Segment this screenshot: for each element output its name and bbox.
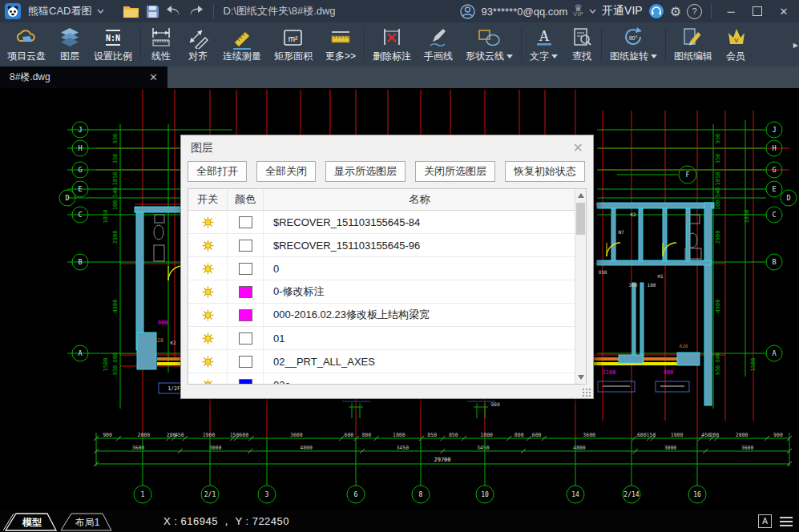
tab-close-icon[interactable]: ✕ [149, 71, 158, 83]
layer-visible-bulb-icon[interactable] [202, 262, 214, 274]
scroll-down-icon[interactable] [578, 375, 584, 380]
scrollbar-thumb[interactable] [576, 203, 585, 235]
vip-upgrade-link[interactable]: 开通VIP [602, 4, 643, 18]
open-file-button[interactable] [123, 3, 140, 19]
account-email[interactable]: 93******0@qq.com [481, 6, 567, 18]
model-tab[interactable]: 模型 [6, 514, 56, 530]
layer-color-swatch[interactable] [239, 309, 252, 321]
dropdown-caret-icon[interactable] [651, 54, 657, 58]
layer-color-swatch[interactable] [239, 356, 252, 368]
dialog-resize-grip[interactable] [582, 388, 591, 397]
layer-row[interactable]: 01 [188, 327, 576, 350]
toolbar-text-button[interactable]: A 文字 [523, 22, 564, 66]
toolbar-find-button[interactable]: 查找 [564, 22, 599, 66]
layer-visible-bulb-icon[interactable] [202, 378, 214, 385]
svg-text:3600: 3600 [583, 432, 595, 438]
open-all-layers-button[interactable]: 全部打开 [188, 161, 247, 182]
svg-text:m²: m² [289, 34, 298, 42]
layer-row[interactable]: 02__PRT_ALL_AXES [188, 350, 576, 373]
undo-button[interactable] [165, 3, 182, 19]
restore-initial-state-button[interactable]: 恢复初始状态 [505, 161, 585, 182]
text-style-toggle-icon[interactable]: A [758, 514, 772, 528]
drawing-canvas[interactable]: 9509503503501850185054054010010029002900… [0, 88, 799, 510]
layer-list-scrollbar[interactable] [575, 189, 586, 384]
toolbar-set-scale-button[interactable]: N:N 设置比例 [87, 22, 139, 66]
layer-visible-bulb-icon[interactable] [202, 355, 214, 367]
app-menu-chevron-icon[interactable] [97, 9, 104, 14]
toolbar-aligned-dim-button[interactable]: 对齐 [180, 22, 216, 66]
svg-text:950: 950 [715, 134, 721, 144]
layer-row[interactable]: $RECOVER_151103155645-84 [188, 211, 576, 234]
layer-visible-bulb-icon[interactable] [202, 216, 214, 228]
layer-row[interactable]: 0-修改标注 [188, 280, 576, 304]
svg-text:450: 450 [175, 432, 184, 438]
dialog-close-icon[interactable]: ✕ [573, 143, 583, 154]
toolbar-project-cloud-button[interactable]: 项目云盘 [1, 22, 52, 66]
hide-selected-layers-button[interactable]: 关闭所选图层 [415, 161, 495, 182]
toolbar-edit-drawing-button[interactable]: 图纸编辑 [668, 22, 719, 66]
svg-text:4900: 4900 [112, 300, 119, 313]
layer-color-swatch[interactable] [239, 216, 252, 228]
account-avatar-icon[interactable] [460, 4, 475, 19]
svg-text:16: 16 [693, 491, 701, 498]
linear-measure-icon [149, 25, 173, 50]
toolbar-more-tools-button[interactable]: 更多>> [319, 22, 362, 66]
layer-row[interactable]: 000-2016.02.23修改板上结构梁宽 [188, 304, 576, 327]
layer-visible-bulb-icon[interactable] [202, 239, 214, 251]
svg-text:850: 850 [427, 432, 437, 438]
toolbar-overflow-arrow-icon[interactable]: ▶ [793, 42, 798, 49]
layer-name: 0 [264, 257, 576, 280]
maximize-button[interactable] [747, 6, 768, 16]
close-button[interactable]: ✕ [773, 6, 794, 18]
svg-text:850: 850 [449, 432, 458, 438]
save-button[interactable] [146, 3, 159, 19]
layers-icon [59, 25, 81, 50]
toolbar-member-button[interactable]: V 会员 [719, 22, 753, 66]
svg-text:100: 100 [112, 200, 119, 211]
layer-visible-bulb-icon[interactable] [202, 332, 214, 344]
status-menu-icon[interactable] [780, 517, 793, 526]
app-window: 熊猫CAD看图 D:\图纸文件夹\8#楼.dwg 93******0@qq.co… [0, 0, 799, 532]
toolbar-layers-button[interactable]: 图层 [52, 22, 87, 66]
toolbar-freehand-line-button[interactable]: 手画线 [418, 22, 459, 66]
vip-chevron-icon[interactable] [589, 9, 596, 14]
layer-name: 02c [264, 373, 576, 385]
toolbar-delete-annotation-button[interactable]: 删除标注 [366, 22, 418, 66]
document-tab[interactable]: 8#楼.dwg ✕ [0, 66, 167, 88]
layer-list-header: 开关 颜色 名称 [188, 189, 576, 211]
layout1-tab[interactable]: 布局1 [61, 514, 111, 530]
column-switch: 开关 [188, 189, 228, 211]
layer-color-swatch[interactable] [239, 240, 252, 252]
cloud-drive-icon [14, 25, 38, 50]
layer-visible-bulb-icon[interactable] [202, 285, 214, 297]
layer-row[interactable]: $RECOVER_151103155645-96 [188, 234, 576, 257]
minimize-button[interactable]: ─ [720, 6, 741, 18]
svg-text:H: H [772, 144, 776, 152]
layer-visible-bulb-icon[interactable] [202, 308, 214, 320]
layer-name: $RECOVER_151103155645-84 [264, 211, 576, 234]
toolbar-continuous-measure-button[interactable]: 连续测量 [216, 22, 268, 66]
dropdown-caret-icon[interactable] [551, 54, 558, 58]
help-icon[interactable]: ? [687, 4, 702, 19]
layer-color-swatch[interactable] [239, 263, 252, 275]
scroll-up-icon[interactable] [578, 193, 584, 198]
layer-color-swatch[interactable] [239, 286, 252, 298]
toolbar-cloud-shape-button[interactable]: 形状云线 [459, 22, 519, 66]
show-selected-layers-button[interactable]: 显示所选图层 [325, 161, 406, 182]
dropdown-caret-icon[interactable] [506, 54, 513, 58]
redo-button[interactable] [188, 3, 204, 19]
svg-text:1900: 1900 [203, 432, 216, 438]
layer-row[interactable]: 02c [188, 373, 576, 385]
layers-dialog: 图层 ✕ 全部打开 全部关闭 显示所选图层 关闭所选图层 恢复初始状态 开关 颜… [180, 135, 594, 399]
svg-text:600: 600 [239, 432, 248, 438]
close-all-layers-button[interactable]: 全部关闭 [256, 161, 316, 182]
settings-gear-icon[interactable]: ⚙ [670, 4, 681, 19]
customer-service-icon[interactable] [648, 3, 664, 19]
floor-plan-right-unit: 2100900950380100H1K2N7A20 [591, 203, 714, 405]
toolbar-rotate-drawing-button[interactable]: 90° 图纸旋转 [603, 22, 664, 66]
layer-row[interactable]: 0 [188, 257, 576, 280]
toolbar-rect-area-button[interactable]: m² 矩形面积 [268, 22, 319, 66]
layer-color-swatch[interactable] [239, 379, 252, 385]
toolbar-linear-dim-button[interactable]: 线性 [143, 22, 180, 66]
layer-color-swatch[interactable] [239, 332, 252, 345]
